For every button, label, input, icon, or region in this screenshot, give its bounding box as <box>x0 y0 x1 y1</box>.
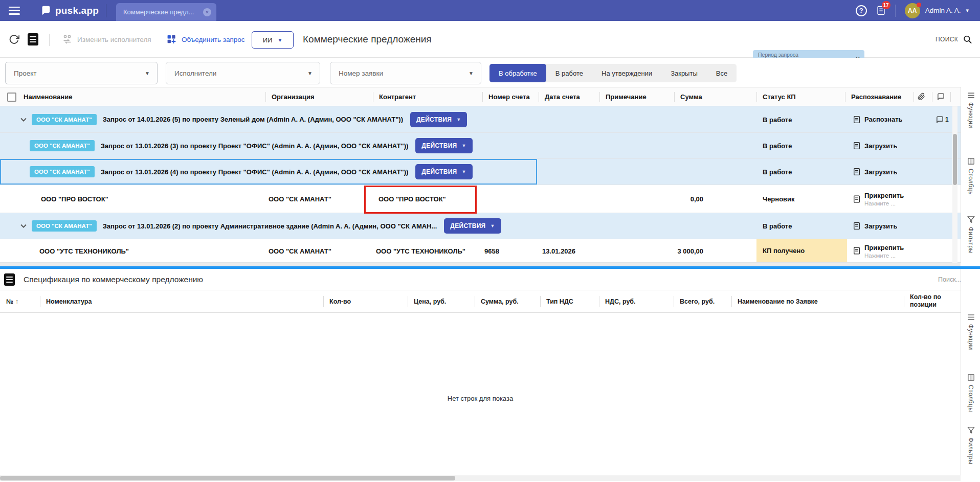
chevron-down-icon: ▼ <box>462 143 466 148</box>
horizontal-scrollbar[interactable] <box>0 475 961 481</box>
chevron-down-icon: ▼ <box>145 71 150 76</box>
spec-col-number[interactable]: №↑ <box>6 298 18 305</box>
attach-file-action[interactable]: Прикрепить Нажмите ... <box>853 192 904 206</box>
chevron-down-icon: ▼ <box>462 169 466 174</box>
rail-filters[interactable]: Фильтры <box>961 426 980 464</box>
horizontal-scroll-area[interactable] <box>0 263 961 266</box>
offer-invoice-date: 13.01.2026 <box>542 247 575 255</box>
request-title: Запрос от 13.01.2026 (4) по проекту Прое… <box>101 168 409 176</box>
tab-in-work[interactable]: В работе <box>546 64 592 82</box>
comments-indicator[interactable]: 1 <box>936 116 949 123</box>
rail-functions[interactable]: Функции <box>961 92 980 128</box>
refresh-icon[interactable] <box>9 34 19 44</box>
table-row[interactable]: ООО "СК АМАНАТ" Запрос от 13.01.2026 (3)… <box>0 133 961 159</box>
actions-button[interactable]: ДЕЙСТВИЯ ▼ <box>415 164 472 179</box>
chevron-down-icon: ▼ <box>277 37 282 43</box>
col-sum[interactable]: Сумма <box>680 93 702 101</box>
col-invoice-date[interactable]: Дата счета <box>545 93 580 101</box>
attach-label: Прикрепить <box>864 243 904 251</box>
actions-button[interactable]: ДЕЙСТВИЯ ▼ <box>444 218 501 234</box>
scrollbar-thumb[interactable] <box>0 476 455 480</box>
recognition-action[interactable]: Загрузить <box>853 168 897 176</box>
col-invoice-number[interactable]: Номер счета <box>488 93 530 101</box>
vertical-scrollbar[interactable] <box>952 106 957 263</box>
request-number-filter-dropdown[interactable]: Номер заявки ▼ <box>330 62 481 84</box>
col-contragent[interactable]: Контрагент <box>379 93 416 101</box>
open-tab-commercial-offers[interactable]: Коммерческие предл... ✕ <box>116 3 216 21</box>
select-all-checkbox[interactable] <box>7 93 16 102</box>
executors-filter-label: Исполнители <box>174 70 216 77</box>
empty-state-message: Нет строк для показа <box>0 395 961 402</box>
rail-functions[interactable]: Функции <box>961 314 980 350</box>
project-filter-label: Проект <box>14 70 36 77</box>
spec-col-total[interactable]: Всего, руб. <box>680 298 715 305</box>
spec-col-qty[interactable]: Кол-во <box>329 298 351 305</box>
col-organization[interactable]: Организация <box>272 93 315 101</box>
project-filter-dropdown[interactable]: Проект ▼ <box>5 62 158 84</box>
spec-search-input[interactable]: Поиск... <box>938 276 961 283</box>
rail-label: Фильтры <box>967 227 974 254</box>
merge-request-button[interactable]: Объединить запрос <box>167 34 245 44</box>
spec-col-position-qty[interactable]: Кол-во по позиции <box>910 293 957 309</box>
scrollbar-thumb[interactable] <box>953 134 957 185</box>
comments-count: 1 <box>945 116 949 123</box>
rail-columns[interactable]: Столбцы <box>961 374 980 412</box>
col-name[interactable]: Наименование <box>24 93 72 101</box>
help-icon[interactable]: ? <box>856 5 867 16</box>
change-executor-button[interactable]: Изменить исполнителя <box>62 34 151 44</box>
table-row[interactable]: ООО "ПРО ВОСТОК" ООО "СК АМАНАТ" ООО "ПР… <box>0 185 961 213</box>
recognition-action[interactable]: Загрузить <box>853 222 897 230</box>
spec-col-nomenclature[interactable]: Номенклатура <box>46 298 92 305</box>
col-note[interactable]: Примечание <box>606 93 647 101</box>
logo-text: pusk.app <box>55 5 99 16</box>
search-icon[interactable] <box>963 34 972 44</box>
col-recognition[interactable]: Распознавание <box>851 93 901 101</box>
offer-invoice-number: 9658 <box>484 247 499 255</box>
notifications-icon[interactable]: 17 <box>876 5 886 16</box>
spec-col-vat[interactable]: НДС, руб. <box>605 298 636 305</box>
user-menu[interactable]: AA Admin A. A. ▾ <box>905 3 969 18</box>
actions-button[interactable]: ДЕЙСТВИЯ ▼ <box>410 112 467 127</box>
spec-col-request-name[interactable]: Наименование по Заявке <box>738 298 818 305</box>
spec-col-sum[interactable]: Сумма, руб. <box>481 298 519 305</box>
col-kp-status[interactable]: Статус КП <box>763 93 796 101</box>
top-app-bar: pusk.app Коммерческие предл... ✕ ? 17 AA… <box>0 0 980 21</box>
actions-label: ДЕЙСТВИЯ <box>416 116 452 123</box>
spec-panel-header: Спецификация по коммерческому предложени… <box>0 269 961 290</box>
tab-in-processing[interactable]: В обработке <box>489 64 546 82</box>
app-logo[interactable]: pusk.app <box>40 5 99 16</box>
filter-bar: Проект ▼ Исполнители ▼ Номер заявки ▼ В … <box>0 58 980 87</box>
menu-icon[interactable] <box>9 7 20 15</box>
table-row[interactable]: ООО "СК АМАНАТ" Запрос от 14.01.2026 (5)… <box>0 106 961 133</box>
merge-request-label: Объединить запрос <box>182 35 245 43</box>
attach-file-action[interactable]: Прикрепить Нажмите ... <box>853 243 904 258</box>
ai-dropdown-button[interactable]: ИИ ▼ <box>252 31 294 49</box>
chevron-down-icon: ▼ <box>469 71 474 76</box>
attach-label: Прикрепить <box>864 192 904 199</box>
tab-on-approval[interactable]: На утверждении <box>592 64 661 82</box>
document-list-icon[interactable] <box>28 33 38 45</box>
page-title: Коммерческие предложения <box>303 34 432 45</box>
tab-all[interactable]: Все <box>707 64 737 82</box>
spec-col-vat-type[interactable]: Тип НДС <box>546 298 573 305</box>
table-row[interactable]: КП получено ООО "УТС ТЕХНОНИКОЛЬ" ООО "С… <box>0 239 961 263</box>
tab-close-icon[interactable]: ✕ <box>203 8 211 16</box>
chevron-down-icon[interactable] <box>20 118 27 122</box>
filter-icon <box>967 426 975 434</box>
recognition-action[interactable]: Распознать <box>853 116 902 124</box>
executors-filter-dropdown[interactable]: Исполнители ▼ <box>166 62 320 84</box>
tab-closed[interactable]: Закрыты <box>661 64 707 82</box>
offer-organization: ООО "СК АМАНАТ" <box>269 247 331 255</box>
toolbar-divider <box>49 34 50 46</box>
table-row-selected[interactable]: ООО "СК АМАНАТ" Запрос от 13.01.2026 (4)… <box>0 159 961 185</box>
kp-status: Черновик <box>763 195 795 203</box>
chevron-down-icon[interactable] <box>20 224 27 228</box>
search-button[interactable]: поиск <box>936 36 958 43</box>
table-row[interactable]: ООО "СК АМАНАТ" Запрос от 13.01.2026 (2)… <box>0 213 961 239</box>
actions-button[interactable]: ДЕЙСТВИЯ ▼ <box>415 138 472 153</box>
rail-filters[interactable]: Фильтры <box>961 216 980 254</box>
recognition-action[interactable]: Загрузить <box>853 142 897 150</box>
rail-columns[interactable]: Столбцы <box>961 157 980 196</box>
columns-icon <box>967 157 975 165</box>
spec-col-price[interactable]: Цена, руб. <box>414 298 446 305</box>
